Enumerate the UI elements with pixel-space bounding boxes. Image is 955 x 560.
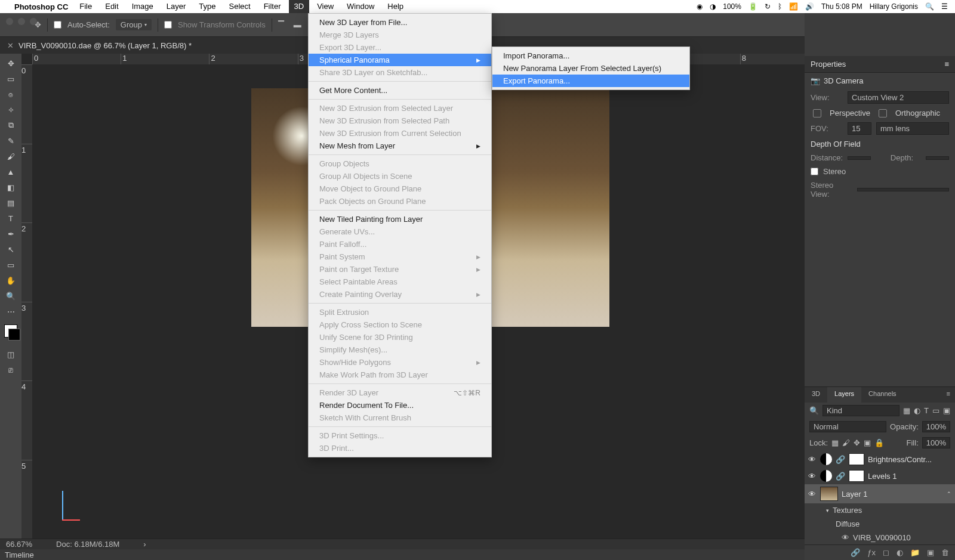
layer-levels[interactable]: 👁 🔗 Levels 1	[805, 468, 955, 484]
view-dropdown[interactable]: Custom View 2	[848, 91, 949, 104]
lock-all-icon[interactable]: 🔒	[874, 438, 884, 447]
tab-channels[interactable]: Channels	[861, 387, 903, 403]
screenmode-tool[interactable]: ⎚	[2, 363, 19, 377]
menu-type[interactable]: Type	[193, 0, 221, 13]
bluetooth-icon[interactable]: ᛒ	[778, 2, 782, 11]
layer-brightness-contrast[interactable]: 👁 🔗 Brightness/Contr...	[805, 451, 955, 468]
layer-name[interactable]: Levels 1	[868, 472, 897, 481]
shape-tool[interactable]: ▭	[2, 258, 19, 272]
ruler-vertical[interactable]: 012345	[21, 64, 32, 539]
menu-select[interactable]: Select	[223, 0, 255, 13]
timemachine-icon[interactable]: ↻	[765, 2, 771, 11]
layer-diffuse[interactable]: Diffuse	[805, 517, 955, 531]
submenuitem-new-panorama-layer-from-selected-layer-s[interactable]: New Panorama Layer From Selected Layer(s…	[492, 62, 689, 75]
color-swatches[interactable]	[4, 324, 17, 338]
hand-tool[interactable]: ✋	[2, 273, 19, 287]
align-vcenter-icon[interactable]: ▬	[294, 20, 303, 30]
zoom-tool[interactable]: 🔍	[2, 289, 19, 303]
doc-info[interactable]: Doc: 6.18M/6.18M	[56, 540, 119, 549]
menu-file[interactable]: File	[74, 0, 97, 13]
window-traffic-lights[interactable]	[6, 18, 37, 25]
volume-icon[interactable]: 🔊	[805, 2, 814, 11]
fov-value-input[interactable]: 15	[848, 122, 871, 135]
filter-shape-icon[interactable]: ▭	[932, 406, 939, 415]
layer-name[interactable]: Brightness/Contr...	[868, 455, 932, 464]
menuitem-new-tiled-painting-from-layer[interactable]: New Tiled Painting from Layer	[309, 213, 491, 225]
tab-layers[interactable]: Layers	[827, 387, 861, 403]
layer-style-icon[interactable]: ƒx	[867, 548, 876, 557]
opacity-input[interactable]: 100%	[922, 421, 950, 432]
orthographic-toggle[interactable]	[879, 109, 887, 117]
spotlight-icon[interactable]: 🔍	[925, 2, 934, 11]
gradient-tool[interactable]: ▤	[2, 196, 19, 210]
layer-name[interactable]: VIRB_V0090010	[853, 533, 911, 542]
show-transform-checkbox[interactable]	[164, 21, 172, 29]
fill-input[interactable]: 100%	[922, 437, 950, 448]
layer-name[interactable]: Diffuse	[836, 519, 860, 528]
cc-status-icon[interactable]: ◉	[697, 2, 703, 11]
eyedropper-tool[interactable]: ✎	[2, 134, 19, 148]
visibility-icon[interactable]: 👁	[808, 455, 817, 464]
filter-kind-dropdown[interactable]: Kind	[822, 405, 899, 416]
tab-3d[interactable]: 3D	[805, 387, 827, 403]
blend-mode-dropdown[interactable]: Normal	[809, 421, 886, 432]
filter-smart-icon[interactable]: ▣	[943, 406, 950, 415]
submenuitem-import-panorama[interactable]: Import Panorama...	[492, 49, 689, 62]
stereo-checkbox[interactable]	[811, 168, 818, 175]
filter-adjust-icon[interactable]: ◐	[914, 406, 920, 415]
depth-input[interactable]	[926, 156, 949, 160]
submenuitem-export-panorama[interactable]: Export Panorama...	[492, 75, 689, 87]
close-tab-icon[interactable]: ✕	[7, 41, 14, 50]
mask-thumb[interactable]	[849, 470, 864, 482]
mask-thumb[interactable]	[849, 453, 864, 465]
disclosure-icon[interactable]: ▾	[826, 508, 829, 513]
menuitem-render-document-to-file[interactable]: Render Document To File...	[309, 399, 491, 412]
lock-position-icon[interactable]: ✥	[854, 438, 860, 447]
visibility-icon[interactable]: 👁	[842, 533, 849, 542]
wifi-icon[interactable]: 📶	[789, 2, 798, 11]
move-tool[interactable]: ✥	[2, 56, 19, 70]
stereo-view-dropdown[interactable]	[857, 188, 949, 191]
lasso-tool[interactable]: ⌾	[2, 87, 19, 101]
clock-label[interactable]: Thu 5:08 PM	[821, 2, 862, 11]
menuitem-new-3d-layer-from-file[interactable]: New 3D Layer from File...	[309, 16, 491, 29]
crop-tool[interactable]: ⧉	[2, 118, 19, 132]
panel-menu-icon[interactable]: ≡	[942, 387, 955, 403]
stamp-tool[interactable]: ▲	[2, 165, 19, 179]
layer-mask-icon[interactable]: ◻	[883, 548, 889, 557]
pen-tool[interactable]: ✒	[2, 227, 19, 241]
layer-name[interactable]: Textures	[833, 506, 862, 515]
layer-name[interactable]: Layer 1	[842, 490, 867, 499]
menuitem-spherical-panorama[interactable]: Spherical Panorama	[309, 54, 491, 66]
more-tools[interactable]: ⋯	[2, 304, 19, 318]
filter-pixel-icon[interactable]: ▦	[903, 406, 910, 415]
filter-type-icon[interactable]: T	[924, 406, 929, 415]
path-select-tool[interactable]: ↖	[2, 242, 19, 256]
menu-window[interactable]: Window	[341, 0, 380, 13]
properties-header[interactable]: Properties ≡	[805, 56, 955, 73]
menu-view[interactable]: View	[312, 0, 339, 13]
visibility-icon[interactable]: 👁	[808, 472, 817, 481]
menu-3d[interactable]: 3D	[289, 0, 310, 13]
document-tab-title[interactable]: VIRB_V0090010.dae @ 66.7% (Layer 1, RGB/…	[19, 41, 192, 50]
lock-transparency-icon[interactable]: ▦	[831, 438, 839, 447]
info-chevron-icon[interactable]: ›	[143, 540, 146, 549]
brush-tool[interactable]: 🖌	[2, 149, 19, 163]
new-adjustment-icon[interactable]: ◐	[897, 548, 903, 557]
layer-thumb[interactable]	[820, 487, 838, 501]
notification-center-icon[interactable]: ☰	[941, 2, 948, 11]
fov-unit-dropdown[interactable]: mm lens	[876, 122, 949, 135]
menuitem-new-mesh-from-layer[interactable]: New Mesh from Layer	[309, 140, 491, 152]
zoom-level[interactable]: 66.67%	[6, 540, 32, 549]
lock-artboard-icon[interactable]: ▣	[864, 438, 871, 447]
filter-kind-icon[interactable]: 🔍	[809, 406, 819, 415]
distance-input[interactable]	[848, 156, 871, 160]
menuitem-get-more-content[interactable]: Get More Content...	[309, 84, 491, 97]
magic-wand-tool[interactable]: ✧	[2, 103, 19, 117]
type-tool[interactable]: T	[2, 211, 19, 225]
auto-select-dropdown[interactable]: Group ▾	[116, 19, 152, 30]
eraser-tool[interactable]: ◧	[2, 180, 19, 194]
layer-texture-file[interactable]: 👁 VIRB_V0090010	[805, 531, 955, 544]
align-top-icon[interactable]: ▔	[278, 20, 288, 30]
menu-help[interactable]: Help	[382, 0, 409, 13]
